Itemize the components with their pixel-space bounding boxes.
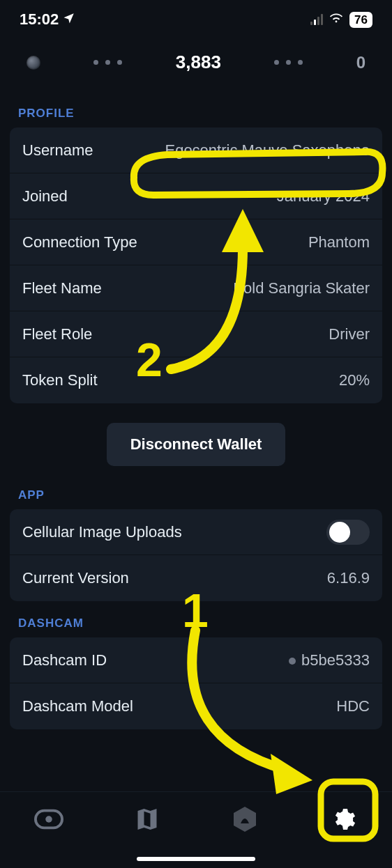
fleet-role-label: Fleet Role <box>22 325 92 343</box>
cellular-signal-icon <box>310 14 323 25</box>
dashcam-id-text: b5be5333 <box>301 651 370 669</box>
status-time: 15:02 <box>20 10 59 29</box>
app-section-header: APP <box>10 473 382 509</box>
fleet-name-label: Fleet Name <box>22 279 102 297</box>
profile-section-header: PROFILE <box>10 91 382 127</box>
row-fleet-role: Fleet Role Driver <box>10 311 382 357</box>
row-username[interactable]: Username Egocentric Mauve Saxophone <box>10 127 382 173</box>
connection-type-label: Connection Type <box>22 233 137 251</box>
row-token-split: Token Split 20% <box>10 357 382 403</box>
row-current-version: Current Version 6.16.9 <box>10 555 382 601</box>
token-split-value: 20% <box>339 371 370 389</box>
dashcam-model-label: Dashcam Model <box>22 697 133 715</box>
row-dashcam-id[interactable]: Dashcam ID b5be5333 <box>10 637 382 683</box>
cellular-uploads-toggle[interactable] <box>326 520 370 545</box>
dashcam-section-header: DASHCAM <box>10 601 382 637</box>
stat-right[interactable]: 0 <box>356 53 365 72</box>
username-value: Egocentric Mauve Saxophone <box>165 141 370 160</box>
dashcam-id-value: b5be5333 <box>289 651 370 669</box>
dashcam-status-dot-icon <box>289 658 296 665</box>
joined-label: Joined <box>22 187 68 206</box>
profile-card: Username Egocentric Mauve Saxophone Join… <box>10 127 382 403</box>
tab-settings[interactable] <box>329 805 358 834</box>
stats-row: 3,883 0 <box>0 39 392 91</box>
disconnect-wallet-button[interactable]: Disconnect Wallet <box>107 423 286 466</box>
tab-wallet[interactable] <box>34 805 63 834</box>
current-version-value: 6.16.9 <box>327 569 370 587</box>
dashcam-id-label: Dashcam ID <box>22 651 107 669</box>
connection-type-value: Phantom <box>308 233 370 251</box>
fleet-role-value: Driver <box>329 325 370 343</box>
status-circle-indicator[interactable] <box>27 56 40 70</box>
location-icon <box>63 10 75 29</box>
dots-left <box>93 60 122 65</box>
wifi-icon <box>329 10 344 29</box>
tab-map[interactable] <box>133 805 162 834</box>
username-label: Username <box>22 141 93 160</box>
home-indicator[interactable] <box>137 857 255 861</box>
current-version-label: Current Version <box>22 569 129 587</box>
annotation-arrowhead-1 <box>271 754 312 794</box>
row-fleet-name[interactable]: Fleet Name Bold Sangria Skater <box>10 265 382 311</box>
status-bar: 15:02 76 <box>0 0 392 39</box>
cellular-uploads-label: Cellular Image Uploads <box>22 523 182 541</box>
tab-hex[interactable] <box>230 805 259 834</box>
dashcam-card: Dashcam ID b5be5333 Dashcam Model HDC <box>10 637 382 729</box>
stat-center[interactable]: 3,883 <box>176 52 221 73</box>
row-cellular-uploads[interactable]: Cellular Image Uploads <box>10 509 382 555</box>
status-time-group: 15:02 <box>20 10 75 29</box>
row-joined: Joined January 2024 <box>10 173 382 219</box>
row-connection-type: Connection Type Phantom <box>10 219 382 265</box>
dashcam-model-value: HDC <box>336 697 370 715</box>
row-dashcam-model[interactable]: Dashcam Model HDC <box>10 683 382 729</box>
battery-indicator: 76 <box>349 12 372 28</box>
dots-right <box>274 60 303 65</box>
fleet-name-value: Bold Sangria Skater <box>233 279 370 297</box>
status-indicators: 76 <box>310 10 372 29</box>
joined-value: January 2024 <box>277 187 370 206</box>
token-split-label: Token Split <box>22 371 98 389</box>
tab-bar <box>0 791 392 868</box>
svg-point-1 <box>45 816 52 823</box>
app-card: Cellular Image Uploads Current Version 6… <box>10 509 382 601</box>
